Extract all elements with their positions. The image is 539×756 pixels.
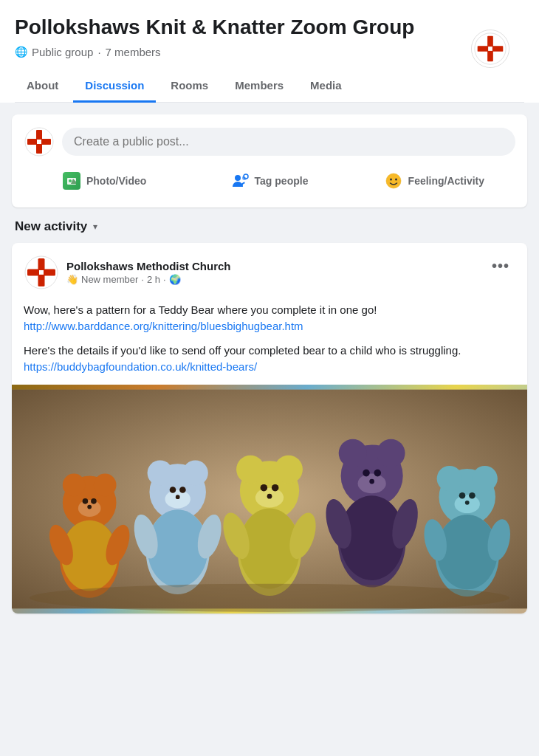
feeling-activity-button[interactable]: Feeling/Activity bbox=[354, 166, 515, 196]
svg-point-67 bbox=[377, 439, 405, 467]
svg-point-48 bbox=[179, 487, 186, 493]
member-badge: New member bbox=[81, 274, 138, 285]
group-members: 7 members bbox=[106, 46, 161, 58]
post-link-2[interactable]: https://buddybagfoundation.co.uk/knitted… bbox=[24, 360, 257, 373]
tag-people-label: Tag people bbox=[255, 175, 309, 187]
globe-icon: 🌐 bbox=[15, 46, 27, 58]
svg-point-69 bbox=[363, 469, 370, 476]
post-link-1[interactable]: http://www.barddance.org/knittering/blue… bbox=[24, 320, 303, 332]
tab-members[interactable]: Members bbox=[223, 70, 295, 103]
svg-point-44 bbox=[148, 460, 173, 485]
svg-point-59 bbox=[272, 484, 279, 492]
post-author-avatar bbox=[24, 255, 59, 290]
create-post-input[interactable] bbox=[62, 128, 515, 156]
svg-point-34 bbox=[94, 473, 117, 496]
svg-point-78 bbox=[472, 466, 497, 491]
tag-people-button[interactable]: + Tag people bbox=[188, 166, 350, 196]
svg-point-56 bbox=[275, 455, 303, 483]
group-type: Public group bbox=[32, 46, 93, 58]
content-area: Photo/Video + Tag people bbox=[0, 103, 539, 614]
new-activity-label: New activity bbox=[15, 219, 87, 234]
post-time: 2 h bbox=[147, 274, 160, 285]
svg-point-22 bbox=[390, 178, 392, 180]
svg-point-33 bbox=[63, 473, 86, 496]
bear-image-svg bbox=[12, 385, 527, 614]
svg-point-60 bbox=[267, 493, 272, 498]
svg-point-38 bbox=[87, 504, 92, 509]
svg-point-21 bbox=[386, 173, 401, 188]
svg-point-37 bbox=[91, 498, 97, 504]
svg-point-58 bbox=[261, 484, 268, 492]
post-image bbox=[12, 385, 527, 614]
photo-video-button[interactable]: Photo/Video bbox=[24, 166, 185, 196]
svg-rect-4 bbox=[488, 47, 492, 51]
svg-point-70 bbox=[374, 469, 382, 476]
feeling-activity-icon bbox=[385, 172, 402, 190]
nav-tabs: About Discussion Rooms Members Media bbox=[15, 70, 524, 103]
svg-point-71 bbox=[369, 478, 374, 484]
post-card: Pollokshaws Methodist Church 👋 New membe… bbox=[12, 243, 527, 614]
post-author-details: Pollokshaws Methodist Church 👋 New membe… bbox=[66, 260, 231, 285]
svg-text:+: + bbox=[244, 175, 246, 179]
svg-point-66 bbox=[339, 439, 367, 467]
post-header: Pollokshaws Methodist Church 👋 New membe… bbox=[12, 243, 527, 296]
tab-about[interactable]: About bbox=[15, 70, 70, 103]
post-meta: 👋 New member · 2 h · 🌍 bbox=[66, 274, 231, 285]
create-post-actions: Photo/Video + Tag people bbox=[24, 166, 515, 196]
create-post-top bbox=[24, 126, 515, 157]
group-logo-top-right bbox=[471, 30, 509, 68]
new-activity-dropdown-icon[interactable]: ▾ bbox=[93, 221, 97, 232]
wave-icon: 👋 bbox=[66, 274, 78, 285]
svg-point-80 bbox=[459, 492, 466, 499]
group-title: Pollokshaws Knit & Knatter Zoom Group bbox=[15, 15, 458, 40]
svg-point-86 bbox=[30, 583, 509, 611]
svg-point-23 bbox=[395, 178, 397, 180]
svg-rect-28 bbox=[39, 270, 44, 275]
photo-video-icon bbox=[63, 172, 80, 190]
svg-point-55 bbox=[236, 455, 264, 483]
tab-media[interactable]: Media bbox=[298, 70, 354, 103]
svg-point-82 bbox=[465, 501, 470, 505]
more-options-button[interactable]: ••• bbox=[486, 255, 515, 278]
svg-point-15 bbox=[69, 179, 72, 182]
post-body: Wow, here's a pattern for a Teddy Bear w… bbox=[12, 296, 527, 385]
svg-point-17 bbox=[235, 175, 241, 181]
tab-discussion[interactable]: Discussion bbox=[73, 70, 156, 103]
post-text-1: Wow, here's a pattern for a Teddy Bear w… bbox=[24, 302, 515, 335]
group-meta: 🌐 Public group · 7 members bbox=[15, 46, 524, 58]
post-author-info: Pollokshaws Methodist Church 👋 New membe… bbox=[24, 255, 231, 290]
post-author-name: Pollokshaws Methodist Church bbox=[66, 260, 231, 272]
svg-point-77 bbox=[437, 466, 462, 491]
feeling-activity-label: Feeling/Activity bbox=[408, 175, 484, 187]
svg-point-49 bbox=[176, 495, 180, 499]
create-post-box: Photo/Video + Tag people bbox=[12, 114, 527, 207]
svg-point-36 bbox=[83, 498, 89, 504]
tag-people-icon: + bbox=[231, 172, 249, 190]
user-avatar bbox=[24, 126, 55, 157]
tab-rooms[interactable]: Rooms bbox=[159, 70, 220, 103]
post-globe-icon: 🌍 bbox=[169, 274, 181, 285]
photo-video-label: Photo/Video bbox=[86, 175, 146, 187]
new-activity-header: New activity ▾ bbox=[12, 219, 527, 234]
svg-point-45 bbox=[182, 460, 207, 485]
church-logo-svg bbox=[472, 30, 509, 67]
svg-rect-13 bbox=[37, 140, 41, 144]
svg-point-81 bbox=[469, 492, 476, 499]
page-header: Pollokshaws Knit & Knatter Zoom Group bbox=[0, 0, 539, 103]
svg-point-47 bbox=[170, 487, 176, 493]
post-text-2: Here's the details if you'd like to send… bbox=[24, 343, 515, 376]
